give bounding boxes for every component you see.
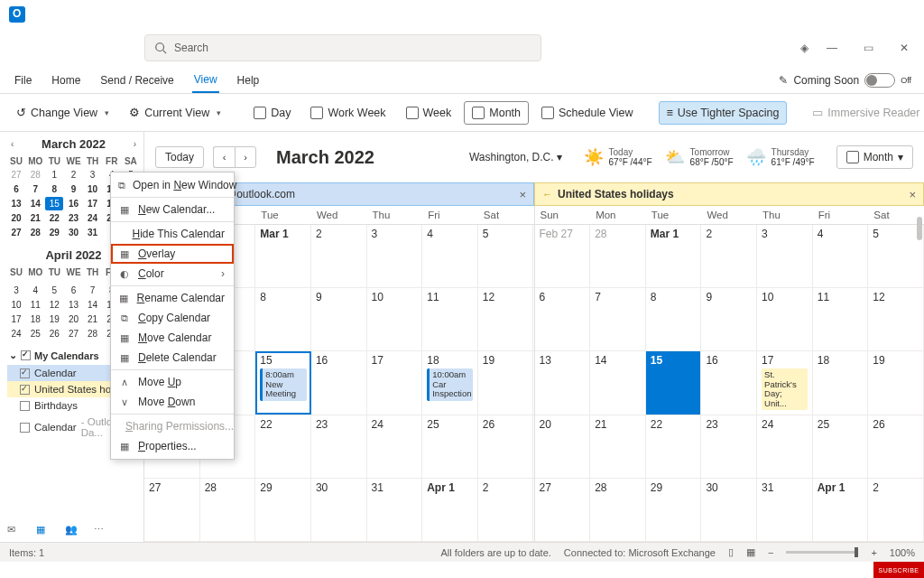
calendar-day[interactable]: 17 [367,351,423,414]
checkbox[interactable] [20,423,30,433]
calendar-day[interactable]: 7 [590,288,646,350]
context-menu-item[interactable]: ∨Move Down [111,392,234,412]
tab-send-receive[interactable]: Send / Receive [98,69,175,92]
calendar-day[interactable]: 23 [701,415,757,478]
calendar-day[interactable]: 8 [255,288,311,350]
calendar-day[interactable]: 11 [422,288,478,350]
weather-day[interactable]: ☀️Today67°F /44°F [584,147,652,167]
calendar-day[interactable]: 2 [478,479,534,541]
context-menu-item[interactable]: ▦Properties... [111,436,234,456]
weather-day[interactable]: 🌧️Thursday61°F /49°F [746,147,815,167]
next-month[interactable]: › [235,146,256,168]
immersive-reader-button[interactable]: ▭Immersive Reader [805,101,924,124]
calendar-day[interactable]: 29 [255,479,311,541]
calendar-day[interactable]: 4 [813,225,869,287]
calendar-day[interactable]: 30 [311,479,367,541]
calendar-day[interactable]: 28 [590,225,646,287]
calendar-day[interactable]: 27 [535,479,591,541]
calendar-day[interactable]: 3 [367,225,423,287]
schedule-view-button[interactable]: Schedule View [534,102,640,124]
calendar-grid-right[interactable]: Feb 2728Mar 1234567891011121314151617St.… [535,225,925,542]
calendar-day[interactable]: 21 [590,415,646,478]
calendar-day[interactable]: 1810:00am Car Inspection [422,351,478,414]
calendar-day[interactable]: 5 [868,225,924,287]
context-menu-item[interactable]: ▦Delete Calendar [111,348,234,368]
calendar-day[interactable]: Feb 27 [535,225,591,287]
day-button[interactable]: Day [246,102,298,124]
zoom-out[interactable]: − [768,547,773,558]
calendar-day[interactable]: 31 [757,479,813,541]
prev-month[interactable]: ‹ [213,146,235,168]
calendar-day[interactable]: 19 [868,351,924,414]
mini-prev[interactable]: ‹ [11,139,14,149]
close-tab-icon[interactable]: × [909,188,916,201]
calendar-day[interactable]: 24 [367,415,423,478]
premium-icon[interactable]: ◈ [800,42,808,54]
tab-help[interactable]: Help [236,69,262,92]
checkbox[interactable] [20,401,30,411]
calendar-day[interactable]: 26 [478,415,534,478]
minimize-button[interactable]: ― [819,35,845,61]
context-menu-item[interactable]: Hide This Calendar [111,224,234,244]
context-menu-item[interactable]: ▦Move Calendar [111,328,234,348]
calendar-day[interactable]: 11 [813,288,869,350]
calendar-day[interactable]: 17St. Patrick's Day; Unit... [757,351,813,414]
calendar-day[interactable]: 19 [478,351,534,414]
context-menu-item[interactable]: ∧Move Up [111,372,234,392]
search-input[interactable]: Search [144,34,541,61]
zoom-slider[interactable] [786,551,858,554]
calendar-day[interactable]: 9 [311,288,367,350]
calendar-event[interactable]: 10:00am Car Inspection [427,368,473,400]
calendar-day[interactable]: 27 [144,479,200,541]
view-selector[interactable]: Month▾ [836,145,913,169]
calendar-day[interactable]: 9 [701,288,757,350]
location-selector[interactable]: Washington, D.C.▾ [469,151,562,163]
calendar-day[interactable]: 25 [813,415,869,478]
calendar-day[interactable]: 158:00am New Meeting [255,351,311,414]
tab-file[interactable]: File [13,69,33,92]
calendar-day[interactable]: 26 [868,415,924,478]
calendar-day[interactable]: 30 [701,479,757,541]
calendar-day[interactable]: 15 [646,351,702,414]
change-view-button[interactable]: ↺Change View [9,101,116,124]
context-menu-item[interactable]: ⧉Copy Calendar [111,308,234,328]
subscribe-overlay[interactable]: SUBSCRIBE [873,562,924,578]
view-icon[interactable]: ▯ [728,546,734,558]
week-button[interactable]: Week [399,102,459,124]
calendar-day[interactable]: 28 [590,479,646,541]
calendar-day[interactable]: 2 [311,225,367,287]
calendar-day[interactable]: 29 [646,479,702,541]
context-menu-item[interactable]: ⧉Open in New Window [111,175,234,195]
today-button[interactable]: Today [155,146,204,168]
calendar-day[interactable]: Mar 1 [255,225,311,287]
calendar-tab-holidays[interactable]: ← United States holidays × [534,182,924,206]
calendar-icon[interactable]: ▦ [36,524,52,538]
checkbox[interactable] [20,368,30,378]
calendar-day[interactable]: 18 [813,351,869,414]
context-menu-item[interactable]: ▦New Calendar... [111,200,234,219]
maximize-button[interactable]: ▭ [855,35,881,61]
calendar-day[interactable]: 23 [311,415,367,478]
view-icon[interactable]: ▦ [746,546,755,558]
calendar-day[interactable]: 6 [535,288,591,350]
calendar-day[interactable]: 14 [590,351,646,414]
month-button[interactable]: Month [464,101,529,125]
calendar-day[interactable]: Apr 1 [422,479,478,541]
context-menu-item[interactable]: ◐Color [111,264,234,284]
mini-next[interactable]: › [134,139,136,149]
calendar-day[interactable]: 25 [422,415,478,478]
close-tab-icon[interactable]: × [519,188,526,201]
coming-soon-toggle[interactable] [864,73,895,88]
calendar-day[interactable]: 5 [478,225,534,287]
calendar-day[interactable]: 31 [367,479,423,541]
calendar-day[interactable]: 10 [757,288,813,350]
current-view-button[interactable]: ⚙Current View [122,101,228,124]
calendar-day[interactable]: 16 [701,351,757,414]
close-button[interactable]: ✕ [892,35,917,61]
context-menu-item[interactable]: ▦Rename Calendar [111,288,234,308]
tighter-spacing-button[interactable]: ≡Use Tighter Spacing [659,101,788,125]
tab-view[interactable]: View [192,68,219,93]
calendar-day[interactable]: 20 [535,415,591,478]
checkbox[interactable] [21,350,31,360]
work-week-button[interactable]: Work Week [303,102,393,124]
